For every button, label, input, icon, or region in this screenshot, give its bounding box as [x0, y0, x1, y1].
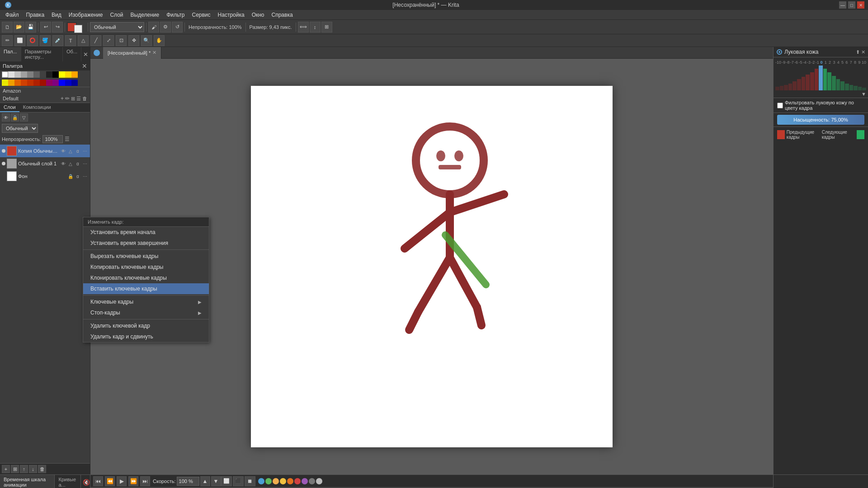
menu-image[interactable]: Изображение	[65, 11, 107, 19]
tab-layers[interactable]: Слои	[0, 103, 19, 112]
layer-filter-1[interactable]: △	[67, 148, 74, 154]
color-dot-orange[interactable]	[287, 478, 293, 484]
palette-close-btn[interactable]: ✕	[82, 62, 87, 70]
layer-visibility-btn[interactable]: 👁	[2, 113, 10, 122]
menu-service[interactable]: Сервис	[188, 11, 214, 19]
swatch-red1[interactable]	[21, 80, 27, 86]
play-next-btn[interactable]: ⏩	[128, 476, 138, 486]
open-button[interactable]: 📂	[14, 22, 24, 33]
swatch-orange3[interactable]	[14, 80, 21, 86]
onion-close-btn[interactable]: ✕	[861, 49, 865, 55]
ctx-delete-shift[interactable]: Удалить кадр и сдвинуть	[83, 331, 209, 342]
menu-settings[interactable]: Настройка	[214, 11, 248, 19]
color-dot-yellow1[interactable]	[273, 478, 279, 484]
tool-line[interactable]: ╱	[90, 35, 101, 46]
blend-mode-combo[interactable]: Обычный	[90, 22, 144, 32]
speed-up-btn[interactable]: ▲	[200, 476, 210, 486]
play-btn[interactable]: ▶	[117, 476, 127, 486]
tool-shape[interactable]: △	[78, 35, 89, 46]
tool-crop[interactable]: ⊡	[116, 35, 127, 46]
play-start-btn[interactable]: ⏮	[93, 476, 103, 486]
onion-expand-arrow[interactable]: ▼	[861, 91, 866, 97]
swatch-lgray2[interactable]	[14, 71, 21, 78]
ctx-set-end[interactable]: Установить время завершения	[83, 238, 209, 249]
panel-tab-overview[interactable]: Об...	[63, 47, 81, 61]
tool-brush[interactable]: ✏	[2, 35, 13, 46]
swatch-yellow[interactable]	[59, 71, 65, 78]
frame-type-1[interactable]: ⬜	[221, 476, 232, 486]
menu-view[interactable]: Вид	[48, 11, 65, 19]
swatch-gray2[interactable]	[27, 71, 33, 78]
add-layer-btn[interactable]: +	[2, 465, 10, 473]
swatch-blue2[interactable]	[65, 80, 71, 86]
play-prev-btn[interactable]: ⏪	[105, 476, 115, 486]
tool-transform[interactable]: ⤢	[103, 35, 114, 46]
layer-filter-btn[interactable]: ▽	[20, 113, 28, 122]
next-frame-color-box[interactable]	[857, 130, 864, 139]
layer-item-normal[interactable]: Обычный слой 1 👁 △ α ⋯	[0, 157, 90, 170]
ctx-paste-keyframes[interactable]: Вставить ключевые кадры	[83, 283, 209, 294]
ctx-stopframes-submenu[interactable]: Стоп-кадры ▶	[83, 307, 209, 318]
drawing-canvas[interactable]	[251, 86, 613, 447]
color-dot-lightgray[interactable]	[316, 478, 322, 484]
tool-eyedropper[interactable]: 💉	[52, 35, 63, 46]
swatch-gray1[interactable]	[21, 71, 27, 78]
frame-type-2[interactable]: ⬛	[233, 476, 244, 486]
swatch-orange1[interactable]	[71, 71, 78, 78]
swatch-dgray2[interactable]	[40, 71, 46, 78]
layer-vis-1[interactable]: 👁	[60, 148, 66, 154]
menu-filter[interactable]: Фильтр	[163, 11, 188, 19]
panel-close-btn[interactable]: ✕	[81, 47, 90, 61]
tool-zoom[interactable]: 🔍	[141, 35, 152, 46]
onion-filter-checkbox[interactable]	[777, 103, 783, 108]
play-end-btn[interactable]: ⏭	[140, 476, 150, 486]
swatch-black[interactable]	[52, 71, 59, 78]
swatch-lgray1[interactable]	[8, 71, 14, 78]
swatch-orange2[interactable]	[8, 80, 14, 86]
layer-more-1[interactable]: ⋯	[82, 148, 88, 154]
mirror-x-btn[interactable]: ⟺	[298, 22, 309, 33]
add-palette-btn[interactable]: +	[61, 95, 64, 102]
save-button[interactable]: 💾	[25, 22, 36, 33]
menu-file[interactable]: Файл	[2, 11, 23, 19]
menu-edit[interactable]: Правка	[23, 11, 48, 19]
layer-alpha-1[interactable]: α	[75, 148, 81, 154]
color-dot-red[interactable]	[294, 478, 301, 484]
ctx-clone-keyframes[interactable]: Клонировать ключевые кадры	[83, 272, 209, 283]
menu-select[interactable]: Выделение	[127, 11, 163, 19]
up-layer-btn[interactable]: ↑	[20, 465, 28, 473]
delete-palette-btn[interactable]: 🗑	[82, 95, 87, 102]
tool-select-circle[interactable]: ⭕	[27, 35, 38, 46]
minimize-button[interactable]: —	[839, 1, 846, 9]
tool-fill[interactable]: 🪣	[40, 35, 51, 46]
canvas-close-btn[interactable]: ✕	[152, 50, 156, 56]
layer-more-2[interactable]: ⋯	[82, 160, 88, 167]
frame-type-3[interactable]: ◼	[245, 476, 255, 486]
layer-filter-2[interactable]: △	[67, 160, 74, 167]
menu-window[interactable]: Окно	[248, 11, 268, 19]
ctx-set-start[interactable]: Установить время начала	[83, 227, 209, 238]
wrap-btn[interactable]: ⊞	[321, 22, 332, 33]
layer-more-3[interactable]: ⋯	[82, 173, 88, 179]
layer-lock-btn[interactable]: 🔒	[11, 113, 19, 122]
ctx-delete-keyframe[interactable]: Удалить ключевой кадр	[83, 320, 209, 331]
swatch-dred[interactable]	[40, 80, 46, 86]
brush-preset-btn[interactable]: 🖌	[148, 22, 159, 33]
timeline-tab-curves[interactable]: Кривые а...	[55, 475, 81, 488]
layer-item-bg[interactable]: Фон 🔒 α ⋯	[0, 170, 90, 183]
canvas-tab-main[interactable]: [Несохранённый] * ✕	[103, 47, 161, 59]
ctx-copy-keyframes[interactable]: Копировать ключевые кадры	[83, 262, 209, 272]
menu-layer[interactable]: Слой	[106, 11, 127, 19]
maximize-button[interactable]: □	[848, 1, 855, 9]
swatch-red3[interactable]	[33, 80, 40, 86]
tool-hand[interactable]: ✋	[154, 35, 165, 46]
new-button[interactable]: 🗋	[2, 22, 13, 33]
copy-layer-btn[interactable]: ⊞	[11, 465, 19, 473]
swatch-blue3[interactable]	[71, 80, 78, 86]
speed-input[interactable]	[177, 477, 199, 486]
color-dot-yellow2[interactable]	[280, 478, 286, 484]
layer-vis-2[interactable]: 👁	[60, 160, 66, 167]
list-palette-btn[interactable]: ☰	[76, 95, 81, 102]
brush-refresh-btn[interactable]: ↺	[172, 22, 183, 33]
redo-button[interactable]: ↪	[52, 22, 63, 33]
